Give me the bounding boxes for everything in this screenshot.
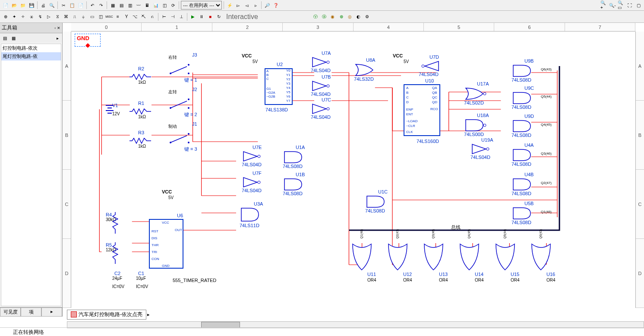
tab-items[interactable]: 项 — [21, 307, 41, 317]
comp2-icon[interactable]: ✦ — [10, 13, 18, 21]
analysis2-icon[interactable]: ⓐ — [320, 13, 328, 21]
svg-point-4 — [188, 98, 189, 100]
comp11-icon[interactable]: ▭ — [88, 13, 96, 21]
copy-icon[interactable]: 📋 — [68, 1, 76, 9]
run-icon[interactable]: ▶ — [189, 13, 197, 21]
probe1-icon[interactable]: ⚡ — [226, 1, 234, 9]
db-icon[interactable]: 📊 — [152, 1, 160, 9]
zoom-fit-icon[interactable]: ⛶ — [626, 1, 634, 9]
bus2-icon[interactable]: ⊣ — [169, 13, 177, 21]
comp15-icon[interactable]: ⌥ — [131, 13, 139, 21]
options-icon[interactable]: ▸ — [54, 34, 61, 42]
comp6-icon[interactable]: ▷ — [45, 13, 53, 21]
help-icon[interactable]: ❓ — [272, 1, 280, 9]
status-bar: 正在转换网络 — [0, 327, 644, 336]
inuse-dropdown[interactable]: --- 在用列表 --- — [181, 1, 222, 10]
new-icon[interactable]: 📄 — [2, 1, 9, 9]
list-item[interactable]: 灯控制电路-依次 — [1, 44, 61, 52]
fullscreen-icon[interactable]: ▢ — [635, 1, 642, 9]
probe2-icon[interactable]: ▻ — [234, 1, 242, 9]
analysis3-icon[interactable]: ◉ — [329, 13, 337, 21]
view-icon[interactable]: ▦ — [9, 34, 17, 42]
analysis1-icon[interactable]: ⓥ — [312, 13, 319, 21]
tab-more[interactable]: ▸ — [41, 307, 62, 317]
analysis4-icon[interactable]: ⊛ — [338, 13, 345, 21]
bus3-icon[interactable]: ⊥ — [177, 13, 185, 21]
comp3-icon[interactable]: ✧ — [19, 13, 27, 21]
doc-tab-active[interactable]: 汽车尾灯控制电路-依次点亮 — [67, 310, 146, 320]
design-list[interactable]: 灯控制电路-依次 尾灯控制电路-依 — [1, 44, 61, 306]
redo-icon[interactable]: ↷ — [97, 1, 105, 9]
tab-scroll-icon[interactable]: ▸ — [147, 312, 150, 317]
svg-point-8 — [188, 142, 189, 143]
ruler-right: ABCD — [635, 32, 644, 308]
analysis5-icon[interactable]: ◎ — [346, 13, 354, 21]
comp8-icon[interactable]: ⌘ — [62, 13, 70, 21]
svg-point-1 — [188, 64, 189, 66]
svg-point-5 — [188, 107, 189, 109]
search-icon[interactable]: 🔎 — [263, 1, 271, 9]
comp17-icon[interactable]: ⎌ — [148, 13, 156, 21]
comp14-icon[interactable]: Y — [123, 13, 130, 21]
cut-icon[interactable]: ✂ — [60, 1, 67, 9]
switch-j3[interactable] — [167, 60, 193, 77]
svg-point-12 — [422, 65, 424, 67]
gear-icon[interactable]: ⚙ — [363, 13, 371, 21]
comp13-icon[interactable]: ≡ — [114, 13, 122, 21]
wave-icon[interactable]: 〰 — [135, 1, 142, 9]
comp12-icon[interactable]: ◫ — [97, 13, 104, 21]
comp10-icon[interactable]: ⏚ — [79, 13, 87, 21]
grid1-icon[interactable]: ▦ — [109, 1, 117, 9]
misc-icon[interactable]: MISC — [105, 13, 113, 21]
comp9-icon[interactable]: ⎍ — [71, 13, 79, 21]
svg-point-7 — [188, 133, 189, 135]
schematic-canvas[interactable]: 01234567 ABCD ABCD GND ◆ — [63, 23, 644, 317]
pause-icon[interactable]: ⏸ — [198, 13, 205, 21]
comp7-icon[interactable]: ⧖ — [54, 13, 61, 21]
bus1-icon[interactable]: ⊢ — [160, 13, 168, 21]
grid3-icon[interactable]: ▥ — [126, 1, 134, 9]
svg-point-14 — [483, 124, 486, 127]
probe3-icon[interactable]: ◅ — [243, 1, 251, 9]
hierarchy-icon[interactable]: ▤ — [1, 34, 9, 42]
switch-j2[interactable] — [167, 94, 193, 111]
paste-icon[interactable]: 📄 — [77, 1, 85, 9]
sidebar-close-icon[interactable]: ✕ — [57, 26, 60, 30]
zoom-in-icon[interactable]: 🔍+ — [600, 1, 608, 9]
preview-icon[interactable]: 🔍 — [48, 1, 56, 9]
comp-icon[interactable]: ⊕ — [2, 13, 9, 21]
ruler-left: ABCD — [63, 32, 71, 308]
step-icon[interactable]: ↻ — [215, 13, 223, 21]
comp4-icon[interactable]: ⚹ — [28, 13, 35, 21]
open-icon[interactable]: 📂 — [10, 1, 18, 9]
vcc-label: VCC — [393, 53, 403, 58]
sim-mode-label: Interactive — [226, 13, 258, 21]
svg-point-17 — [258, 181, 260, 184]
comp5-icon[interactable]: ↯ — [36, 13, 44, 21]
vcc-label: VCC — [162, 189, 172, 194]
zoom-out-icon[interactable]: 🔍- — [609, 1, 616, 9]
list-item[interactable]: 尾灯控制电路-依 — [1, 52, 61, 60]
chip-icon[interactable]: ◫ — [161, 1, 168, 9]
main-toolbar: 📄 📂 📁 💾 🖨 🔍 ✂ 📋 📄 ↶ ↷ ▦ ▤ ▥ 〰 🖩 📊 ◫ ⟳ --… — [0, 0, 644, 11]
calc-icon[interactable]: 🖩 — [143, 1, 151, 9]
save-icon[interactable]: 💾 — [28, 1, 35, 9]
analysis6-icon[interactable]: ◐ — [355, 13, 363, 21]
stop-icon[interactable]: ■ — [206, 13, 214, 21]
svg-point-9 — [327, 61, 329, 63]
comp16-icon[interactable]: ⛏ — [140, 13, 148, 21]
switch-j1[interactable] — [167, 129, 193, 146]
sidebar-pin-icon[interactable]: ▫ — [54, 26, 56, 30]
refresh-icon[interactable]: ⟳ — [169, 1, 177, 9]
gnd-marker[interactable]: GND ◆ — [75, 34, 101, 47]
probe4-icon[interactable]: ▹ — [252, 1, 259, 9]
ruler-top: 01234567 — [71, 23, 635, 32]
tab-visibility[interactable]: 可见度 — [0, 307, 21, 317]
document-tabs: 汽车尾灯控制电路-依次点亮 ▸ — [67, 309, 150, 320]
print-icon[interactable]: 🖨 — [39, 1, 47, 9]
zoom-area-icon[interactable]: 🔍▭ — [617, 1, 625, 9]
open2-icon[interactable]: 📁 — [19, 1, 27, 9]
vcc-label: VCC — [242, 53, 252, 58]
undo-icon[interactable]: ↶ — [88, 1, 96, 9]
grid2-icon[interactable]: ▤ — [117, 1, 125, 9]
